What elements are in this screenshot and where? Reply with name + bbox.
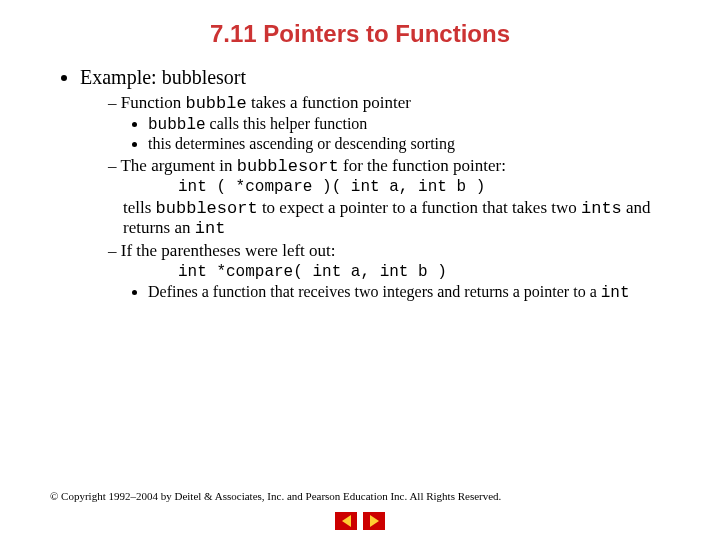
ss1code: bubble xyxy=(148,116,206,134)
code-compare-ptr: int ( *compare )( int a, int b ) xyxy=(178,178,670,196)
prev-button[interactable] xyxy=(335,512,357,530)
subsub-bubble-calls: bubble calls this helper function xyxy=(148,115,670,134)
arrow-left-icon xyxy=(342,515,351,527)
t1code: bubble xyxy=(185,94,246,113)
c2code2: ints xyxy=(581,199,622,218)
next-button[interactable] xyxy=(363,512,385,530)
c2b: to expect a pointer to a function that t… xyxy=(258,198,581,217)
t2a: The argument in xyxy=(120,156,236,175)
nav-controls xyxy=(335,512,385,530)
sub-argument-cont: tells bubblesort to expect a pointer to … xyxy=(123,198,670,238)
c2code3: int xyxy=(195,219,226,238)
sub-parens-leftout: If the parentheses were left out: int *c… xyxy=(108,241,670,302)
t1b: takes a function pointer xyxy=(247,93,411,112)
ss1rest: calls this helper function xyxy=(206,115,368,132)
sub-bubble-pointer: Function bubble takes a function pointer… xyxy=(108,93,670,153)
ss3code: int xyxy=(601,284,630,302)
t2code: bubblesort xyxy=(237,157,339,176)
arrow-right-icon xyxy=(370,515,379,527)
t2b: for the function pointer: xyxy=(339,156,506,175)
c2code1: bubblesort xyxy=(156,199,258,218)
code-compare-noparen: int *compare( int a, int b ) xyxy=(178,263,670,281)
bullet-example: Example: bubblesort Function bubble take… xyxy=(80,66,670,302)
c2a: tells xyxy=(123,198,156,217)
copyright-footer: © Copyright 1992–2004 by Deitel & Associ… xyxy=(50,490,501,502)
t1a: Function xyxy=(121,93,186,112)
sub-argument: The argument in bubblesort for the funct… xyxy=(108,156,670,238)
ss3a: Defines a function that receives two int… xyxy=(148,283,601,300)
subsub-defines: Defines a function that receives two int… xyxy=(148,283,670,302)
t3: If the parentheses were left out: xyxy=(121,241,336,260)
bullet-example-text: Example: bubblesort xyxy=(80,66,246,88)
subsub-determines: this determines ascending or descending … xyxy=(148,135,670,153)
slide-title: 7.11 Pointers to Functions xyxy=(50,20,670,48)
